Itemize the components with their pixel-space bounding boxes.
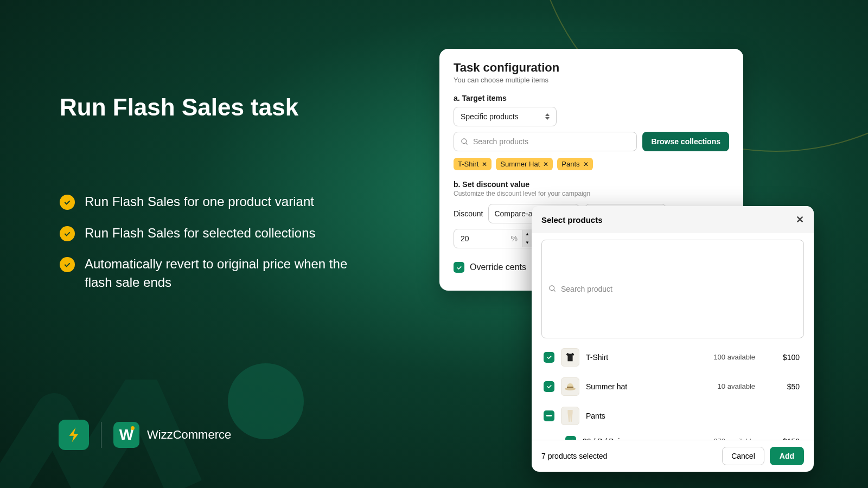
modal-title: Select products xyxy=(541,215,603,224)
bg-circle xyxy=(228,363,304,439)
svg-line-1 xyxy=(465,143,467,144)
svg-line-3 xyxy=(553,290,555,292)
checkbox-checked[interactable] xyxy=(565,436,576,440)
product-thumb-icon xyxy=(561,377,579,396)
check-icon xyxy=(60,226,75,241)
close-icon[interactable]: ✕ xyxy=(796,214,804,226)
discount-unit: % xyxy=(511,234,518,243)
search-placeholder: Search products xyxy=(473,137,528,146)
target-items-value: Specific products xyxy=(461,112,519,121)
search-product-input[interactable]: Search product xyxy=(541,240,804,338)
close-icon[interactable]: ✕ xyxy=(583,160,589,168)
search-products-input[interactable]: Search products xyxy=(454,132,637,151)
product-name: Pants xyxy=(586,412,749,420)
select-products-modal: Select products ✕ Search product T-Shirt… xyxy=(532,206,814,472)
card-subtitle: You can choose multiple items xyxy=(454,76,729,84)
close-icon[interactable]: ✕ xyxy=(543,160,548,168)
product-name: Summer hat xyxy=(586,382,711,391)
brand-label: WizzCommerce xyxy=(147,428,231,442)
product-thumb-icon xyxy=(561,407,579,425)
section-a-label: a. Target items xyxy=(454,94,729,102)
check-icon xyxy=(60,195,75,210)
override-label: Override cents xyxy=(470,262,526,272)
stepper: ▲ ▼ xyxy=(522,230,532,247)
svg-point-0 xyxy=(462,138,467,143)
check-icon xyxy=(60,257,75,272)
product-list[interactable]: T-Shirt100 available$100Summer hat10 ava… xyxy=(541,343,804,440)
wizzcommerce-logo-icon: W xyxy=(113,422,139,448)
flash-sale-app-icon xyxy=(59,420,89,450)
step-up-button[interactable]: ▲ xyxy=(522,230,532,239)
section-b-sub: Customize the discount level for your ca… xyxy=(454,190,729,197)
tag-label: Pants xyxy=(561,160,579,168)
override-cents-checkbox[interactable] xyxy=(454,262,464,273)
brand-name: W WizzCommerce xyxy=(113,422,231,448)
product-available: 100 available xyxy=(713,353,755,361)
discount-value-input[interactable]: 20 % ▲ ▼ xyxy=(454,229,536,248)
target-items-select[interactable]: Specific products xyxy=(454,107,557,126)
section-b-label: b. Set discount value xyxy=(454,180,729,189)
bullets-list: Run Flash Sales for one product variant … xyxy=(60,192,374,291)
bullet-item: Run Flash Sales for selected collections xyxy=(60,224,374,242)
chevron-updown-icon xyxy=(545,113,550,120)
add-button[interactable]: Add xyxy=(770,447,804,465)
tag-item[interactable]: Pants✕ xyxy=(557,158,592,170)
product-price: $100 xyxy=(773,353,800,362)
product-row[interactable]: Summer hat10 available$50 xyxy=(541,372,802,401)
discount-value: 20 xyxy=(461,234,507,243)
close-icon[interactable]: ✕ xyxy=(482,160,487,168)
selected-tags: T-Shirt✕ Summer Hat✕ Pants✕ xyxy=(454,158,729,170)
product-price: $50 xyxy=(773,382,800,391)
bullet-text: Run Flash Sales for selected collections xyxy=(85,224,316,242)
product-thumb-icon xyxy=(561,348,579,367)
product-available: 10 available xyxy=(718,382,755,390)
bullet-text: Run Flash Sales for one product variant xyxy=(85,192,314,211)
svg-rect-5 xyxy=(567,387,573,388)
variant-row[interactable]: 30 / B / Beige972 available$150 xyxy=(541,431,802,440)
search-placeholder: Search product xyxy=(561,285,612,293)
browse-collections-button[interactable]: Browse collections xyxy=(642,132,729,151)
product-name: T-Shirt xyxy=(586,353,707,362)
cancel-button[interactable]: Cancel xyxy=(722,447,764,465)
selected-count: 7 products selected xyxy=(541,452,607,460)
divider xyxy=(101,422,101,448)
discount-label: Discount xyxy=(454,209,483,218)
product-row[interactable]: Pants xyxy=(541,401,802,431)
card-title: Task configuration xyxy=(454,61,729,75)
bullet-item: Run Flash Sales for one product variant xyxy=(60,192,374,211)
bullet-item: Automatically revert to original price w… xyxy=(60,255,374,291)
search-icon xyxy=(461,138,469,146)
tag-item[interactable]: T-Shirt✕ xyxy=(454,158,492,170)
checkbox-checked[interactable] xyxy=(544,352,554,363)
checkbox-indeterminate[interactable] xyxy=(544,410,554,421)
product-row[interactable]: T-Shirt100 available$100 xyxy=(541,343,802,372)
brand-row: W WizzCommerce xyxy=(59,420,231,450)
headline: Run Flash Sales task xyxy=(60,92,374,122)
search-icon xyxy=(548,285,557,293)
svg-point-2 xyxy=(550,286,554,291)
bullet-text: Automatically revert to original price w… xyxy=(85,255,374,291)
checkbox-checked[interactable] xyxy=(544,381,554,392)
tag-label: Summer Hat xyxy=(500,160,540,168)
tag-item[interactable]: Summer Hat✕ xyxy=(496,158,553,170)
tag-label: T-Shirt xyxy=(458,160,478,168)
step-down-button[interactable]: ▼ xyxy=(522,239,532,247)
